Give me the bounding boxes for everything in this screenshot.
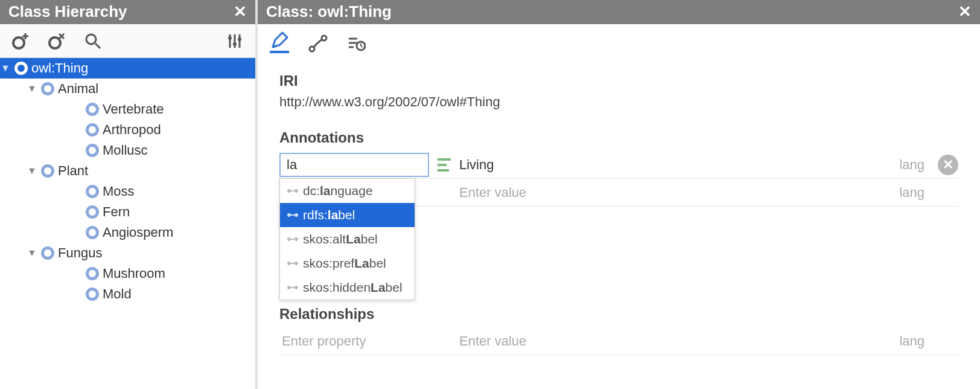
tree-label: Mold	[103, 286, 132, 302]
edit-tab-icon[interactable]	[270, 34, 289, 53]
value-placeholder[interactable]: Enter value	[459, 333, 879, 349]
close-icon[interactable]: ✕	[958, 2, 972, 21]
iri-value: http://www.w3.org/2002/07/owl#Thing	[279, 94, 958, 110]
property-icon	[287, 188, 298, 194]
svg-point-6	[86, 34, 96, 44]
annotations-label: Annotations	[279, 129, 958, 146]
panel-header: Class Hierarchy ✕	[0, 0, 255, 24]
tree-node-vertebrate[interactable]: ▼ Vertebrate	[0, 99, 255, 120]
property-icon	[287, 260, 298, 266]
tree-node-mollusc[interactable]: ▼ Mollusc	[0, 140, 255, 161]
value-placeholder[interactable]: Enter value	[459, 185, 879, 201]
tree-node-angiosperm[interactable]: ▼ Angiosperm	[0, 222, 255, 243]
tree-node-fungus[interactable]: ▼ Fungus	[0, 243, 255, 263]
svg-point-3	[49, 37, 60, 48]
tree-label: Fern	[103, 204, 130, 220]
detail-toolbar	[258, 24, 980, 58]
tree-node-mold[interactable]: ▼ Mold	[0, 284, 255, 304]
property-icon	[287, 212, 298, 218]
tree-node-owl-thing[interactable]: ▼ owl:Thing	[0, 58, 255, 79]
datatype-string-icon	[438, 158, 451, 172]
svg-line-22	[361, 46, 363, 47]
graph-tab-icon[interactable]	[308, 34, 328, 53]
class-icon	[14, 62, 28, 75]
tree-label: Mollusc	[103, 143, 148, 158]
property-icon	[287, 236, 298, 242]
property-input[interactable]	[279, 153, 429, 177]
tree-label: Angiosperm	[103, 225, 173, 240]
class-hierarchy-panel: Class Hierarchy ✕ ▼ owl:Thing ▼ Animal	[0, 0, 258, 389]
svg-point-9	[228, 36, 232, 40]
class-detail-panel: Class: owl:Thing ✕ IRI http://www.w3.org…	[258, 0, 980, 389]
tree-label: Arthropod	[103, 122, 161, 138]
tree-label: Plant	[58, 163, 88, 179]
svg-point-0	[13, 37, 24, 48]
autocomplete-item[interactable]: skos:prefLabel	[280, 251, 415, 275]
detail-content: IRI http://www.w3.org/2002/07/owl#Thing …	[258, 58, 980, 370]
class-icon	[41, 164, 54, 178]
remove-class-icon[interactable]	[47, 31, 66, 51]
autocomplete-item[interactable]: skos:altLabel	[280, 227, 415, 251]
autocomplete-dropdown: dc:language rdfs:label skos:altLabel	[279, 178, 415, 300]
annotation-row: dc:language rdfs:label skos:altLabel	[279, 151, 958, 179]
search-icon[interactable]	[83, 31, 103, 51]
tree-node-animal[interactable]: ▼ Animal	[0, 79, 255, 99]
class-icon	[86, 288, 99, 301]
lang-field[interactable]: lang	[887, 157, 929, 173]
tree-node-arthropod[interactable]: ▼ Arthropod	[0, 120, 255, 140]
svg-line-7	[95, 43, 100, 48]
class-icon	[86, 185, 99, 198]
tree-label: Mushroom	[103, 266, 165, 281]
svg-point-15	[310, 47, 314, 51]
property-placeholder[interactable]: Enter property	[279, 333, 429, 349]
tree-node-moss[interactable]: ▼ Moss	[0, 181, 255, 202]
svg-point-13	[238, 37, 241, 41]
tree-label: Fungus	[58, 245, 102, 261]
class-icon	[41, 246, 54, 260]
lang-field[interactable]: lang	[887, 185, 929, 201]
relationship-row-empty: Enter property Enter value lang	[279, 327, 958, 355]
hierarchy-toolbar	[0, 24, 255, 58]
delete-row-icon[interactable]: ✕	[938, 155, 958, 175]
add-class-icon[interactable]	[11, 31, 30, 51]
lang-field[interactable]: lang	[887, 333, 929, 349]
class-icon	[86, 226, 99, 239]
class-icon	[86, 267, 99, 280]
iri-label: IRI	[279, 72, 958, 89]
tree-label: owl:Thing	[31, 60, 88, 76]
class-icon	[86, 123, 99, 137]
class-icon	[86, 103, 99, 116]
autocomplete-item[interactable]: dc:language	[280, 179, 415, 203]
panel-title: Class Hierarchy	[8, 2, 127, 21]
close-icon[interactable]: ✕	[234, 2, 247, 21]
tree-node-mushroom[interactable]: ▼ Mushroom	[0, 263, 255, 284]
tree-label: Animal	[58, 81, 98, 97]
autocomplete-item[interactable]: skos:hiddenLabel	[280, 275, 415, 300]
class-icon	[86, 144, 99, 157]
class-tree: ▼ owl:Thing ▼ Animal ▼ Vertebrate ▼ Arth…	[0, 58, 255, 304]
property-icon	[287, 285, 298, 291]
tree-label: Vertebrate	[103, 101, 164, 117]
tree-label: Moss	[103, 184, 135, 199]
class-icon	[86, 205, 99, 219]
history-tab-icon[interactable]	[347, 34, 366, 53]
relationships-label: Relationships	[279, 306, 958, 323]
svg-point-11	[233, 42, 237, 46]
tree-node-fern[interactable]: ▼ Fern	[0, 202, 255, 222]
panel-title: Class: owl:Thing	[266, 2, 392, 21]
svg-line-14	[273, 46, 276, 47]
tree-node-plant[interactable]: ▼ Plant	[0, 161, 255, 181]
panel-header: Class: owl:Thing ✕	[258, 0, 980, 24]
settings-sliders-icon[interactable]	[225, 31, 244, 51]
autocomplete-item[interactable]: rdfs:label	[280, 203, 415, 227]
class-icon	[41, 82, 54, 95]
annotation-value[interactable]: Living	[459, 157, 879, 173]
